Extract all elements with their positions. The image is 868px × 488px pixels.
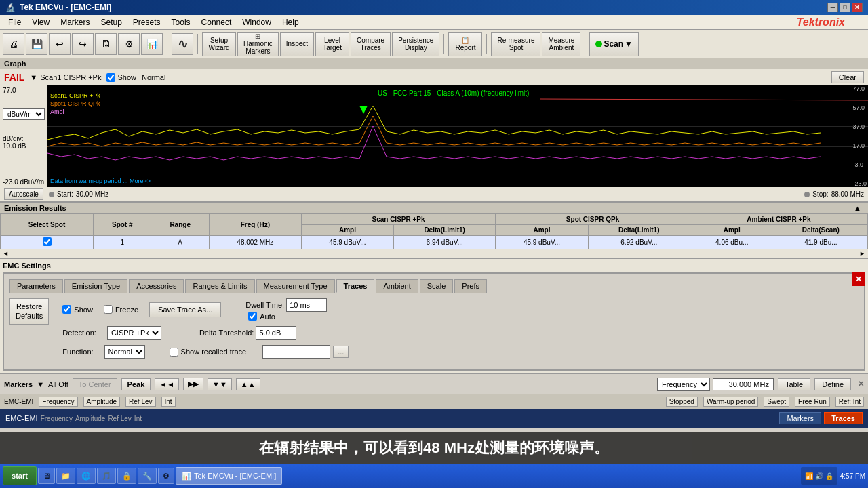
row-checkbox[interactable] bbox=[43, 237, 52, 246]
menu-presets[interactable]: Presets bbox=[127, 16, 166, 28]
tray-network[interactable]: 📶 bbox=[805, 472, 813, 480]
menu-help[interactable]: Help bbox=[277, 16, 304, 28]
all-off-label: All Off bbox=[48, 380, 68, 388]
delta-threshold-input[interactable] bbox=[256, 326, 296, 340]
settings-close-button[interactable]: ✕ bbox=[852, 272, 865, 286]
scroll-right[interactable]: ► bbox=[859, 250, 865, 257]
auto-checkbox-label[interactable]: Auto bbox=[248, 312, 327, 321]
start-button[interactable]: start bbox=[3, 466, 37, 485]
tab-ambient[interactable]: Ambient bbox=[376, 279, 418, 293]
report-button[interactable]: 📋 Report bbox=[448, 32, 482, 56]
restore-defaults-button[interactable]: RestoreDefaults bbox=[9, 298, 49, 325]
to-center-button[interactable]: To Center bbox=[73, 378, 117, 390]
define-button[interactable]: Define bbox=[814, 378, 851, 390]
freq-type-select[interactable]: Frequency bbox=[657, 378, 710, 391]
col-freq: Freq (Hz) bbox=[209, 214, 301, 236]
menu-file[interactable]: File bbox=[3, 16, 26, 28]
nav-next-next[interactable]: ▶▶ bbox=[183, 378, 203, 390]
minimize-button[interactable]: ─ bbox=[827, 3, 838, 12]
toolbar-save[interactable]: 💾 bbox=[26, 33, 47, 55]
autoscale-button[interactable]: Autoscale bbox=[4, 188, 43, 200]
function-select[interactable]: Normal bbox=[104, 345, 145, 359]
taskbar-settings2[interactable]: ⚙ bbox=[158, 468, 174, 484]
compare-traces-button[interactable]: Compare Traces bbox=[351, 32, 391, 56]
setup-wizard-button[interactable]: Setup Wizard bbox=[202, 32, 236, 56]
menu-setup[interactable]: Setup bbox=[95, 16, 127, 28]
freq-value-input[interactable] bbox=[713, 378, 774, 390]
taskbar-ie[interactable]: 🌐 bbox=[77, 468, 96, 484]
scan-button[interactable]: Scan ▼ bbox=[589, 32, 639, 56]
settings-show-checkbox[interactable] bbox=[62, 305, 71, 314]
emission-expand-button[interactable]: ▲ bbox=[851, 204, 864, 212]
show-checkbox-area[interactable]: Show bbox=[106, 73, 136, 82]
taskbar-security[interactable]: 🔒 bbox=[117, 468, 136, 484]
show-checkbox-label[interactable]: Show bbox=[62, 305, 93, 314]
close-button[interactable]: ✕ bbox=[852, 3, 863, 12]
harmonic-markers-button[interactable]: ⊞ Harmonic Markers bbox=[237, 32, 279, 56]
tab-parameters[interactable]: Parameters bbox=[9, 279, 63, 293]
menu-markers[interactable]: Markers bbox=[55, 16, 95, 28]
more-link[interactable]: More>> bbox=[130, 178, 151, 184]
taskbar-tools[interactable]: 🔧 bbox=[138, 468, 157, 484]
row-checkbox-cell[interactable] bbox=[1, 236, 94, 249]
show-recalled-checkbox[interactable] bbox=[170, 348, 178, 357]
clock-display[interactable]: 4:57 PM bbox=[840, 472, 865, 480]
table-scroll-bar[interactable]: ◄ ► bbox=[0, 249, 868, 258]
tray-security2[interactable]: 🔒 bbox=[825, 472, 833, 480]
auto-checkbox[interactable] bbox=[248, 312, 257, 321]
nav-down[interactable]: ▼▼ bbox=[208, 378, 232, 390]
menu-connect[interactable]: Connect bbox=[196, 16, 237, 28]
re-measure-spot-button[interactable]: Re-measure Spot bbox=[491, 32, 540, 56]
measure-ambient-button[interactable]: Measure Ambient bbox=[542, 32, 580, 56]
taskbar-folder[interactable]: 📁 bbox=[56, 468, 75, 484]
settings-freeze-checkbox[interactable] bbox=[104, 305, 113, 314]
taskbar-app-emcvu[interactable]: 📊 Tek EMCVu - [EMC-EMI] bbox=[176, 467, 282, 485]
table-button[interactable]: Table bbox=[778, 378, 810, 390]
tab-prefs[interactable]: Prefs bbox=[454, 279, 487, 293]
toolbar-redo[interactable]: ↪ bbox=[72, 33, 94, 55]
show-recalled-area: Show recalled trace bbox=[170, 348, 247, 357]
tab-accessories[interactable]: Accessories bbox=[129, 279, 184, 293]
ellipsis-button[interactable]: ... bbox=[333, 346, 349, 358]
tab-emission-type[interactable]: Emission Type bbox=[64, 279, 127, 293]
bottom-traces-button[interactable]: Traces bbox=[824, 412, 863, 424]
level-target-button[interactable]: Level Target bbox=[315, 32, 349, 56]
unit-select[interactable]: dBuV/m bbox=[3, 108, 45, 120]
save-trace-button[interactable]: Save Trace As... bbox=[149, 302, 221, 317]
tab-scale[interactable]: Scale bbox=[420, 279, 454, 293]
nav-up[interactable]: ▲▲ bbox=[236, 378, 260, 390]
persistence-display-button[interactable]: Persistence Display bbox=[392, 32, 439, 56]
show-checkbox[interactable] bbox=[106, 73, 115, 82]
scan-dropdown-area[interactable]: ▼ Scan1 CISPR +Pk bbox=[30, 73, 101, 81]
menu-view[interactable]: View bbox=[26, 16, 55, 28]
bottom-markers-button[interactable]: Markers bbox=[779, 412, 821, 424]
toolbar-chart[interactable]: 📊 bbox=[141, 33, 163, 55]
taskbar-media[interactable]: 🎵 bbox=[97, 468, 116, 484]
scroll-left[interactable]: ◄ bbox=[3, 250, 9, 257]
tab-traces[interactable]: Traces bbox=[336, 279, 375, 293]
dwell-time-input[interactable] bbox=[286, 298, 327, 312]
table-row[interactable]: 1 A 48.002 MHz 45.9 dBuV... 6.94 dBuV...… bbox=[1, 236, 868, 249]
detection-select[interactable]: CISPR +Pk bbox=[107, 326, 161, 340]
tab-ranges-limits[interactable]: Ranges & Limits bbox=[185, 279, 254, 293]
recalled-trace-input[interactable] bbox=[262, 345, 330, 359]
tray-volume[interactable]: 🔊 bbox=[815, 472, 823, 480]
toolbar-settings[interactable]: ⚙ bbox=[118, 33, 140, 55]
peak-button[interactable]: Peak bbox=[121, 378, 151, 390]
waveform-button[interactable]: ∿ bbox=[172, 33, 193, 55]
inspect-button[interactable]: Inspect bbox=[280, 32, 314, 56]
clear-button[interactable]: Clear bbox=[831, 71, 864, 83]
menu-window[interactable]: Window bbox=[237, 16, 277, 28]
tab-measurement-type[interactable]: Measurement Type bbox=[256, 279, 335, 293]
toolbar-copy[interactable]: 🖺 bbox=[95, 33, 117, 55]
y-unit-dropdown[interactable]: dBuV/m bbox=[3, 108, 47, 120]
maximize-button[interactable]: □ bbox=[840, 3, 850, 12]
freeze-checkbox-label[interactable]: Freeze bbox=[104, 305, 138, 314]
markers-dropdown[interactable]: ▼ bbox=[37, 380, 44, 388]
toolbar-new[interactable]: 🖨 bbox=[3, 33, 24, 55]
menu-tools[interactable]: Tools bbox=[166, 16, 196, 28]
nav-prev-prev[interactable]: ◄◄ bbox=[155, 378, 179, 390]
toolbar-undo[interactable]: ↩ bbox=[49, 33, 71, 55]
taskbar-show-desktop[interactable]: 🖥 bbox=[38, 468, 55, 484]
close-markers-button[interactable]: ✕ bbox=[858, 380, 864, 388]
